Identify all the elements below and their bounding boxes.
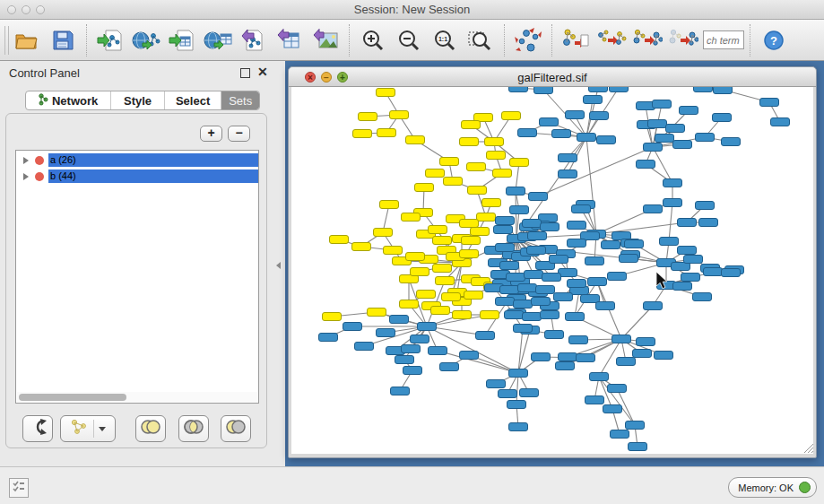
graph-node-blue[interactable] [536, 286, 555, 294]
graph-node-blue[interactable] [771, 118, 790, 126]
zoom-actual-size-button[interactable]: 1:1 [427, 23, 463, 57]
graph-node-blue[interactable] [440, 363, 459, 371]
graph-node-blue[interactable] [577, 354, 595, 362]
graph-node-blue[interactable] [559, 353, 577, 361]
graph-node-blue[interactable] [343, 323, 362, 331]
graph-node-blue[interactable] [559, 170, 577, 178]
graph-node-blue[interactable] [722, 269, 741, 277]
graph-node-blue[interactable] [429, 347, 447, 355]
scrollbar-thumb[interactable] [19, 394, 126, 401]
graph-node-blue[interactable] [678, 247, 697, 255]
graph-node-blue[interactable] [704, 268, 723, 276]
graph-node-blue[interactable] [585, 257, 604, 265]
zoom-out-button[interactable] [391, 23, 427, 57]
graph-node-blue[interactable] [577, 134, 596, 142]
graph-node-blue[interactable] [681, 274, 700, 282]
graph-node-blue[interactable] [584, 96, 603, 104]
graph-node-blue[interactable] [678, 219, 697, 227]
graph-node-blue[interactable] [534, 87, 553, 94]
graph-node-blue[interactable] [568, 222, 586, 230]
graph-node-blue[interactable] [556, 362, 575, 370]
graph-node-blue[interactable] [523, 313, 542, 321]
graph-node-yellow[interactable] [440, 158, 459, 166]
graph-node-blue[interactable] [518, 284, 537, 292]
chevron-down-icon[interactable] [99, 427, 106, 431]
graph-node-yellow[interactable] [429, 226, 447, 234]
graph-node-blue[interactable] [541, 223, 559, 231]
graph-node-blue[interactable] [581, 295, 600, 303]
network-frame[interactable]: × − + galFiltered.sif [288, 66, 817, 458]
graph-node-blue[interactable] [509, 369, 528, 378]
graph-node-blue[interactable] [566, 111, 585, 119]
graph-node-blue[interactable] [496, 298, 515, 306]
graph-node-yellow[interactable] [477, 213, 496, 222]
graph-node-yellow[interactable] [462, 237, 481, 245]
graph-node-blue[interactable] [590, 112, 609, 120]
intersect-networks-button[interactable] [665, 23, 701, 57]
graph-node-blue[interactable] [673, 282, 692, 291]
graph-node-blue[interactable] [550, 256, 568, 264]
graph-node-blue[interactable] [714, 87, 733, 94]
graph-node-blue[interactable] [572, 205, 591, 213]
split-set-button[interactable] [22, 415, 53, 442]
graph-node-blue[interactable] [390, 316, 409, 324]
union-sets-button[interactable] [135, 415, 166, 442]
tab-style[interactable]: Style [111, 91, 165, 109]
graph-node-blue[interactable] [403, 367, 422, 375]
graph-node-blue[interactable] [653, 100, 672, 109]
network-frame-titlebar[interactable]: × − + galFiltered.sif [289, 67, 816, 87]
graph-node-yellow[interactable] [374, 229, 393, 237]
graph-node-blue[interactable] [505, 311, 524, 319]
graph-node-yellow[interactable] [384, 247, 403, 255]
graph-node-yellow[interactable] [390, 111, 409, 119]
graph-node-yellow[interactable] [406, 253, 425, 261]
graph-node-blue[interactable] [588, 278, 607, 286]
tab-select[interactable]: Select [165, 91, 222, 109]
diff-networks-button[interactable] [594, 23, 629, 57]
import-network-url-button[interactable] [128, 23, 164, 57]
graph-node-blue[interactable] [666, 125, 685, 133]
graph-node-yellow[interactable] [460, 138, 479, 146]
collapse-panel-arrow-icon[interactable] [276, 262, 281, 269]
graph-node-blue[interactable] [509, 423, 528, 431]
graph-node-blue[interactable] [608, 385, 627, 393]
graph-node-blue[interactable] [476, 332, 495, 340]
graph-node-yellow[interactable] [368, 308, 386, 317]
float-panel-button[interactable] [240, 68, 250, 78]
graph-node-yellow[interactable] [493, 169, 512, 178]
graph-node-blue[interactable] [402, 345, 421, 353]
graph-node-blue[interactable] [523, 220, 542, 228]
graph-node-yellow[interactable] [415, 184, 434, 192]
graph-node-blue[interactable] [559, 154, 577, 162]
graph-node-blue[interactable] [532, 298, 551, 306]
graph-node-blue[interactable] [644, 302, 663, 310]
memory-status-button[interactable]: Memory: OK [728, 477, 817, 498]
graph-node-blue[interactable] [568, 239, 586, 248]
expand-triangle-icon[interactable] [23, 173, 29, 180]
graph-node-blue[interactable] [541, 311, 559, 319]
graph-node-blue[interactable] [566, 313, 585, 321]
create-set-from-network-button[interactable] [60, 415, 116, 442]
graph-node-blue[interactable] [693, 293, 712, 301]
graph-node-blue[interactable] [696, 202, 715, 210]
graph-node-blue[interactable] [597, 136, 616, 144]
graph-node-yellow[interactable] [417, 291, 436, 299]
graph-node-blue[interactable] [507, 401, 526, 409]
graph-node-yellow[interactable] [487, 152, 506, 160]
graph-node-blue[interactable] [569, 336, 588, 344]
graph-node-yellow[interactable] [431, 307, 450, 315]
graph-node-blue[interactable] [612, 335, 631, 343]
graph-node-blue[interactable] [514, 325, 533, 333]
graph-node-blue[interactable] [487, 380, 506, 388]
graph-node-blue[interactable] [673, 141, 692, 149]
graph-node-blue[interactable] [637, 161, 655, 169]
graph-node-blue[interactable] [655, 352, 673, 360]
graph-node-blue[interactable] [500, 286, 519, 294]
graph-node-yellow[interactable] [481, 311, 499, 319]
graph-node-blue[interactable] [596, 302, 615, 310]
graph-node-blue[interactable] [694, 87, 713, 92]
graph-node-yellow[interactable] [442, 293, 461, 301]
graph-node-yellow[interactable] [377, 89, 395, 97]
graph-node-blue[interactable] [542, 274, 561, 282]
graph-node-yellow[interactable] [460, 250, 479, 258]
